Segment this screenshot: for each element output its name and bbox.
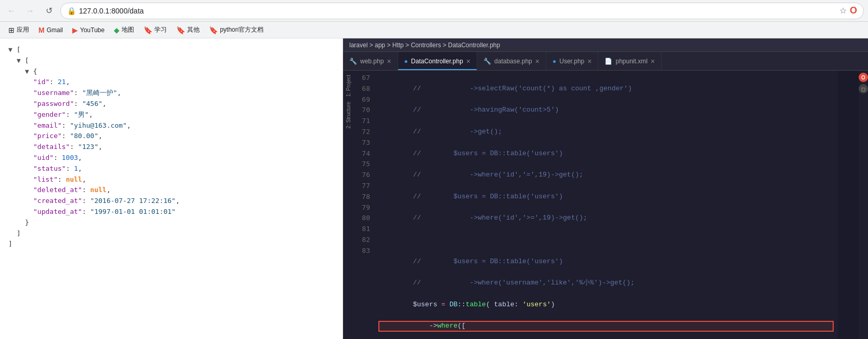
tab-user-php[interactable]: ● User.php × — [546, 52, 598, 70]
bookmark-youtube[interactable]: ▶ YouTube — [68, 24, 109, 36]
study-icon: 🔖 — [143, 26, 152, 34]
tab-phpunit-xml[interactable]: 📄 phpunit.xml × — [598, 52, 662, 70]
tab-datacontroller-label: DataController.php — [411, 58, 463, 65]
minimap — [838, 71, 859, 339]
breadcrumb-text: laravel > app > Http > Controllers > Dat… — [349, 42, 500, 49]
bookmark-maps[interactable]: ◆ 地图 — [110, 24, 138, 36]
bookmark-youtube-label: YouTube — [80, 26, 104, 34]
tab-user-label: User.php — [559, 58, 584, 65]
url-input[interactable] — [79, 7, 836, 15]
other-icon: 🔖 — [176, 26, 185, 34]
root-triangle[interactable]: ▼ — [8, 46, 12, 53]
json-field-gender: "gender": "男", — [8, 110, 334, 120]
tab-datacontroller-close[interactable]: × — [466, 57, 470, 65]
tab-datacontroller-php[interactable]: ● DataController.php × — [398, 52, 478, 70]
apps-icon: ⊞ — [8, 26, 15, 34]
maps-icon: ◆ — [114, 26, 120, 34]
code-line-68: // ->havingRaw('count>5') — [378, 105, 834, 116]
obj-triangle[interactable]: ▼ — [25, 67, 29, 75]
json-field-status: "status": 1, — [8, 164, 334, 174]
reload-button[interactable]: ↺ — [42, 4, 56, 18]
json-array-close: ] — [8, 228, 334, 239]
python-icon: 🔖 — [209, 26, 218, 34]
json-field-price: "price": "80.00", — [8, 131, 334, 142]
code-comment-76: // ->where('username','like','%小%')->get… — [380, 278, 635, 289]
lock-icon: 🔒 — [67, 7, 76, 15]
datacontroller-icon: ● — [404, 58, 408, 65]
json-field-password: "password": "456", — [8, 99, 334, 110]
code-comment-72: // $users = DB::table('users') — [380, 192, 563, 202]
code-comment-75: // $users = DB::table('users') — [380, 256, 563, 267]
json-root-open: ▼ [ — [8, 45, 334, 56]
json-field-list: "list": null, — [8, 174, 334, 185]
extension-icon[interactable]: ◻ — [859, 84, 868, 93]
array-triangle[interactable]: ▼ — [17, 57, 21, 64]
user-php-icon: ● — [553, 58, 556, 65]
code-line-71: // ->where('id','=',19)->get(); — [378, 170, 834, 181]
structure-label[interactable]: 2: Structure — [346, 100, 351, 131]
code-text-78: ->where([ — [380, 321, 466, 332]
bookmark-apps[interactable]: ⊞ 应用 — [4, 24, 33, 36]
code-line-75: // $users = DB::table('users') — [378, 256, 834, 267]
json-field-updated-at: "updated_at": "1997-01-01 01:01:01" — [8, 207, 334, 218]
bookmarks-bar: ⊞ 应用 M Gmail ▶ YouTube ◆ 地图 🔖 学习 🔖 其他 🔖 … — [0, 22, 868, 38]
browser-toolbar: ← → ↺ 🔒 ☆ O — [0, 0, 868, 22]
code-line-67: // ->selectRaw('count(*) as count ,gende… — [378, 84, 834, 94]
tab-database-php[interactable]: 🔧 database.php × — [477, 52, 546, 70]
database-icon: 🔧 — [483, 58, 491, 65]
opera-icon[interactable]: O — [850, 5, 857, 16]
json-field-id: "id": 21, — [8, 77, 334, 88]
bookmark-python-label: python官方文档 — [220, 25, 264, 34]
bookmark-star-icon[interactable]: ☆ — [839, 6, 847, 16]
editor-breadcrumb: laravel > app > Http > Controllers > Dat… — [343, 38, 868, 52]
code-comment-68: // ->havingRaw('count>5') — [380, 105, 559, 116]
tab-web-php-close[interactable]: × — [387, 57, 391, 65]
bookmark-other-label: 其他 — [187, 25, 200, 34]
json-field-email: "email": "yihu@163.com", — [8, 120, 334, 131]
youtube-icon: ▶ — [72, 26, 78, 34]
json-panel: ▼ [ ▼ [ ▼ { "id": 21, "username": "黑崎一护"… — [0, 38, 343, 339]
bookmark-other[interactable]: 🔖 其他 — [172, 24, 204, 36]
code-line-69: // ->get(); — [378, 127, 834, 138]
phpunit-icon: 📄 — [604, 58, 612, 65]
tab-database-close[interactable]: × — [535, 57, 540, 65]
bookmark-study[interactable]: 🔖 学习 — [139, 24, 171, 36]
main-content: ▼ [ ▼ [ ▼ { "id": 21, "username": "黑崎一护"… — [0, 38, 868, 339]
json-object-close: } — [8, 218, 334, 228]
code-comment-70: // $users = DB::table('users') — [380, 148, 563, 159]
code-line-76: // ->where('username','like','%小%')->get… — [378, 278, 834, 289]
code-line-70: // $users = DB::table('users') — [378, 148, 834, 159]
back-button[interactable]: ← — [4, 4, 19, 18]
tab-phpunit-close[interactable]: × — [651, 57, 655, 65]
code-comment-71: // ->where('id','=',19)->get(); — [380, 170, 583, 181]
opera-browser-icon[interactable]: O — [859, 73, 868, 82]
json-array-item: ▼ [ — [8, 56, 334, 66]
code-line-73: // ->where('id','>=',19)->get(); — [378, 213, 834, 224]
json-field-uid: "uid": 1003, — [8, 153, 334, 164]
code-line-77: $users = DB::table( table: 'users') — [378, 300, 834, 310]
json-field-username: "username": "黑崎一护", — [8, 88, 334, 99]
bookmark-study-label: 学习 — [154, 25, 167, 34]
tab-web-php[interactable]: 🔧 web.php × — [343, 52, 398, 70]
code-editor[interactable]: // ->selectRaw('count(*) as count ,gende… — [374, 71, 838, 339]
web-php-icon: 🔧 — [349, 58, 357, 65]
tab-user-close[interactable]: × — [587, 57, 591, 65]
code-text-77: $users = DB::table( table: 'users') — [380, 300, 555, 310]
bookmark-gmail-label: Gmail — [47, 26, 63, 34]
json-field-created-at: "created_at": "2016-07-27 17:22:16", — [8, 196, 334, 207]
bookmark-apps-label: 应用 — [17, 25, 29, 34]
bookmark-gmail[interactable]: M Gmail — [34, 24, 67, 36]
project-label[interactable]: 1: Project — [346, 73, 351, 99]
bookmark-python[interactable]: 🔖 python官方文档 — [205, 24, 268, 36]
code-comment-73: // ->where('id','>=',19)->get(); — [380, 213, 587, 224]
tab-phpunit-label: phpunit.xml — [615, 58, 647, 65]
right-chrome-icons: O ◻ — [859, 71, 868, 339]
json-field-deleted-at: "deleted_at": null, — [8, 185, 334, 196]
side-activities: 1: Project 2: Structure — [343, 71, 353, 339]
tab-web-php-label: web.php — [360, 58, 384, 65]
code-line-74 — [378, 235, 834, 246]
bookmark-maps-label: 地图 — [122, 25, 134, 34]
editor-tabs: 🔧 web.php × ● DataController.php × 🔧 dat… — [343, 52, 868, 71]
forward-button[interactable]: → — [23, 4, 37, 18]
code-comment-69: // ->get(); — [380, 127, 502, 138]
